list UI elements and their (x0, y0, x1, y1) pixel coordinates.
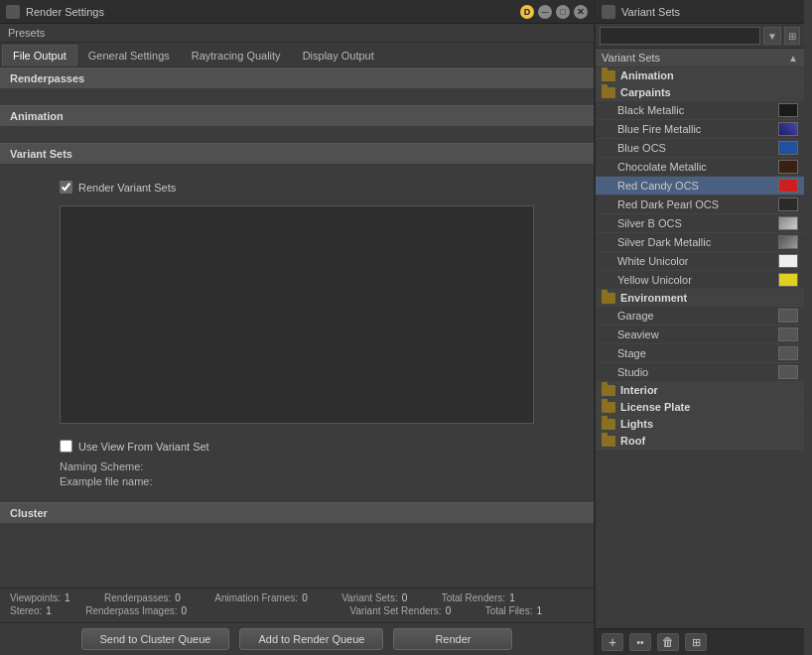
options-button[interactable]: •• (629, 633, 651, 651)
right-window-title: Variant Sets (621, 6, 798, 18)
white-unicolor-swatch (778, 254, 798, 268)
render-settings-icon (6, 5, 20, 19)
tab-display-output[interactable]: Display Output (292, 45, 385, 66)
right-toolbar: + •• 🗑 ⊞ (596, 628, 804, 655)
black-metallic-label: Black Metallic (617, 104, 778, 116)
grid-button[interactable]: ⊞ (685, 633, 707, 651)
renderpass-images-label: Renderpass Images: (85, 605, 177, 616)
tree-item-chocolate-metallic[interactable]: Chocolate Metallic (596, 158, 804, 177)
total-files-value: 1 (536, 605, 556, 616)
status-bar: Viewpoints: 1 Renderpasses: 0 Animation … (0, 588, 594, 622)
button-row: Send to Cluster Queue Add to Render Queu… (0, 622, 594, 655)
ctrl-minimize[interactable]: ─ (538, 5, 552, 19)
carpaints-folder-icon (602, 87, 615, 98)
tree-item-lights[interactable]: Lights (596, 416, 804, 433)
seaview-label: Seaview (617, 328, 778, 340)
tree-item-silver-dark-metallic[interactable]: Silver Dark Metallic (596, 233, 804, 252)
tree-item-carpaints[interactable]: Carpaints (596, 84, 804, 101)
blue-ocs-label: Blue OCS (617, 142, 778, 154)
variant-sets-label: Variant Sets: (341, 592, 398, 603)
window-controls[interactable]: D ─ □ ✕ (520, 5, 588, 19)
animation-header: Animation (0, 105, 594, 127)
viewpoints-value: 1 (65, 592, 84, 603)
tree-item-red-candy-ocs[interactable]: Red Candy OCS (596, 177, 804, 196)
tree-item-white-unicolor[interactable]: White Unicolor (596, 252, 804, 271)
animation-frames-label: Animation Frames: (214, 592, 298, 603)
silver-dark-metallic-swatch (778, 235, 798, 249)
tree-item-black-metallic[interactable]: Black Metallic (596, 101, 804, 120)
content-area: Renderpasses Animation Variant Sets Rend… (0, 67, 594, 588)
tree-item-animation[interactable]: Animation (596, 67, 804, 84)
tree-item-stage[interactable]: Stage (596, 344, 804, 363)
tree-item-yellow-unicolor[interactable]: Yellow Unicolor (596, 271, 804, 290)
presets-bar[interactable]: Presets (0, 24, 594, 43)
scroll-area[interactable]: Renderpasses Animation Variant Sets Rend… (0, 67, 594, 588)
tab-bar: File Output General Settings Raytracing … (0, 43, 594, 67)
tab-file-output[interactable]: File Output (2, 45, 77, 66)
chocolate-metallic-label: Chocolate Metallic (617, 161, 778, 173)
tree-item-red-dark-pearl-ocs[interactable]: Red Dark Pearl OCS (596, 196, 804, 214)
ctrl-d[interactable]: D (520, 5, 534, 19)
tree-list[interactable]: Animation Carpaints Black Metallic Blue … (596, 67, 804, 628)
delete-button[interactable]: 🗑 (657, 633, 679, 651)
stereo-value: 1 (46, 605, 66, 616)
tree-item-blue-ocs[interactable]: Blue OCS (596, 139, 804, 158)
studio-swatch (778, 365, 798, 379)
tree-header-label: Variant Sets (602, 52, 660, 64)
tree-item-seaview[interactable]: Seaview (596, 326, 804, 344)
total-renders-item: Total Renders: 1 (442, 592, 529, 603)
add-to-render-button[interactable]: Add to Render Queue (239, 628, 383, 650)
red-dark-pearl-ocs-label: Red Dark Pearl OCS (617, 198, 778, 210)
render-button[interactable]: Render (393, 628, 512, 650)
tab-general-settings[interactable]: General Settings (77, 45, 181, 66)
search-input[interactable] (600, 27, 760, 45)
add-button[interactable]: + (602, 633, 623, 651)
environment-folder-icon (602, 293, 615, 304)
variant-sets-header: Variant Sets (0, 143, 594, 165)
ctrl-maximize[interactable]: □ (556, 5, 570, 19)
total-files-item: Total Files: 1 (485, 605, 557, 616)
tab-raytracing-quality[interactable]: Raytracing Quality (181, 45, 292, 66)
roof-folder-icon (602, 436, 615, 447)
tree-item-interior[interactable]: Interior (596, 382, 804, 399)
animation-label: Animation (620, 69, 674, 81)
search-bar: ▼ ⊞ (596, 24, 804, 49)
lights-folder-icon (602, 419, 615, 430)
environment-label: Environment (620, 292, 687, 304)
animation-frames-item: Animation Frames: 0 (214, 592, 322, 603)
example-file-row: Example file name: (60, 475, 534, 487)
renderpass-images-value: 0 (182, 605, 202, 616)
total-renders-label: Total Renders: (442, 592, 505, 603)
tree-item-license-plate[interactable]: License Plate (596, 399, 804, 416)
tree-item-silver-b-ocs[interactable]: Silver B OCS (596, 214, 804, 233)
animation-frames-value: 0 (302, 592, 322, 603)
right-title-bar: Variant Sets (596, 0, 804, 24)
tree-item-environment[interactable]: Environment (596, 290, 804, 307)
presets-label: Presets (8, 27, 45, 39)
render-variant-sets-row: Render Variant Sets (10, 175, 584, 199)
cluster-header: Cluster (0, 502, 594, 524)
ctrl-close[interactable]: ✕ (574, 5, 588, 19)
use-view-checkbox[interactable] (60, 440, 72, 453)
silver-b-ocs-swatch (778, 216, 798, 230)
stereo-item: Stereo: 1 (10, 605, 66, 616)
status-row-2: Stereo: 1 Renderpass Images: 0 Variant S… (10, 605, 584, 616)
variant-sets-list[interactable] (60, 205, 534, 424)
interior-folder-icon (602, 385, 615, 396)
tree-item-blue-fire-metallic[interactable]: Blue Fire Metallic (596, 120, 804, 139)
studio-label: Studio (617, 366, 778, 378)
render-variant-sets-checkbox[interactable] (60, 181, 72, 194)
send-to-cluster-button[interactable]: Send to Cluster Queue (81, 628, 230, 650)
roof-label: Roof (620, 435, 645, 447)
left-window-title: Render Settings (26, 6, 520, 18)
sort-button[interactable]: ⊞ (784, 27, 800, 45)
renderpasses-value: 0 (175, 592, 195, 603)
tree-item-roof[interactable]: Roof (596, 433, 804, 450)
garage-label: Garage (617, 310, 778, 322)
tree-item-studio[interactable]: Studio (596, 363, 804, 382)
filter-button[interactable]: ▼ (763, 27, 781, 45)
black-metallic-swatch (778, 103, 798, 117)
red-dark-pearl-ocs-swatch (778, 197, 798, 211)
yellow-unicolor-swatch (778, 273, 798, 287)
tree-item-garage[interactable]: Garage (596, 307, 804, 326)
